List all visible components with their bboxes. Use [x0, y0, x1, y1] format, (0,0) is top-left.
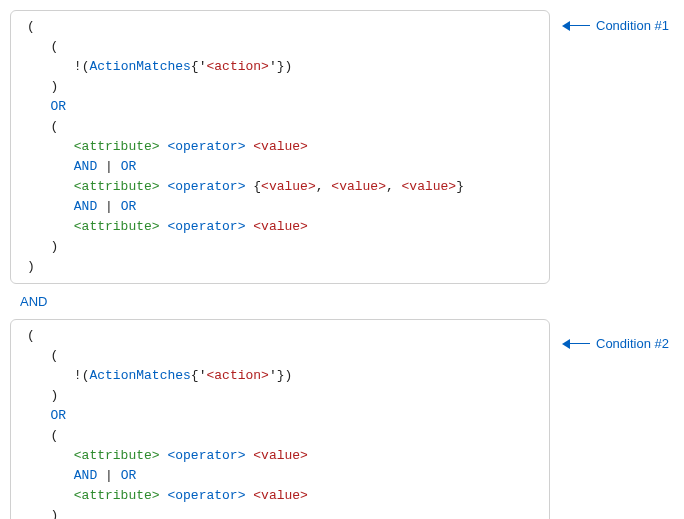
arrow-left-icon: [562, 339, 590, 349]
callout-condition-2: Condition #2: [562, 336, 669, 351]
condition-format-diagram: Condition #1 ( ( !(ActionMatches{'<actio…: [10, 10, 674, 519]
arrow-left-icon: [562, 21, 590, 31]
condition-2-box: ( ( !(ActionMatches{'<action>'}) ) OR ( …: [10, 319, 550, 519]
callout-condition-1: Condition #1: [562, 18, 669, 33]
callout-label: Condition #2: [596, 336, 669, 351]
callout-label: Condition #1: [596, 18, 669, 33]
between-conditions-and: AND: [20, 294, 674, 309]
condition-1-box: ( ( !(ActionMatches{'<action>'}) ) OR ( …: [10, 10, 550, 284]
